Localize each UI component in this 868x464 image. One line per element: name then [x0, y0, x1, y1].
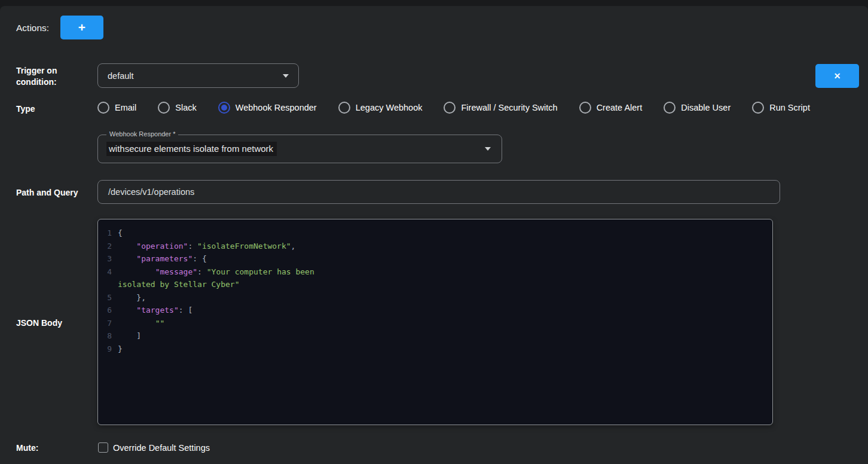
code-text: "targets": [	[118, 304, 192, 317]
webhook-responder-select[interactable]: Webhook Responder * withsecure elements …	[97, 135, 502, 163]
type-option-webhook-responder[interactable]: Webhook Responder	[218, 102, 317, 114]
code-line: 2 "operation": "isolateFromNetwork",	[98, 240, 768, 253]
remove-action-button[interactable]: ✕	[815, 64, 859, 88]
line-number	[98, 278, 118, 291]
line-number: 9	[98, 343, 118, 356]
chevron-down-icon	[283, 74, 289, 78]
radio-option-label: Slack	[175, 103, 196, 112]
code-line: 7 ""	[98, 317, 768, 330]
add-action-button[interactable]: +	[60, 16, 103, 39]
trigger-condition-label: Trigger on condition:	[16, 65, 82, 88]
code-line: 8 ]	[98, 329, 768, 343]
radio-option-label: Run Script	[769, 103, 810, 112]
type-option-create-alert[interactable]: Create Alert	[579, 102, 643, 114]
radio-option-label: Email	[115, 103, 136, 112]
code-line: 3 "parameters": {	[98, 252, 768, 265]
line-number: 5	[98, 291, 118, 304]
actions-label: Actions:	[16, 23, 49, 33]
type-option-disable-user[interactable]: Disable User	[664, 102, 731, 114]
type-option-run-script[interactable]: Run Script	[752, 102, 810, 114]
code-text: }	[118, 343, 123, 356]
json-body-editor[interactable]: 1{2 "operation": "isolateFromNetwork",3 …	[97, 219, 773, 425]
radio-icon	[158, 102, 170, 114]
chevron-down-icon	[485, 147, 491, 151]
radio-icon	[579, 102, 591, 114]
line-number: 6	[98, 304, 118, 317]
type-radio-group: EmailSlackWebhook ResponderLegacy Webhoo…	[97, 102, 851, 114]
radio-option-label: Disable User	[681, 103, 731, 112]
path-and-query-label: Path and Query	[16, 188, 78, 197]
code-text: {	[118, 227, 123, 240]
plus-icon: +	[78, 21, 85, 33]
webhook-responder-value: withsecure elements isolate from network	[106, 142, 277, 156]
close-icon: ✕	[834, 71, 841, 81]
code-text: isolated by Stellar Cyber"	[118, 278, 240, 291]
code-text: ]	[118, 329, 141, 343]
line-number: 3	[98, 252, 118, 265]
radio-option-label: Legacy Webhook	[356, 103, 423, 112]
code-text: },	[118, 291, 146, 304]
radio-option-label: Create Alert	[597, 103, 643, 112]
json-body-label: JSON Body	[16, 318, 62, 328]
radio-icon	[97, 102, 109, 114]
action-config-panel: Actions: + Trigger on condition: default…	[0, 6, 868, 464]
line-number: 2	[98, 240, 118, 253]
line-number: 4	[98, 265, 118, 279]
code-text: "operation": "isolateFromNetwork",	[118, 240, 295, 253]
code-text: "message": "Your computer has been	[118, 265, 314, 279]
path-and-query-input[interactable]: /devices/v1/operations	[97, 180, 780, 204]
radio-option-label: Firewall / Security Switch	[461, 103, 557, 112]
override-default-settings-checkbox[interactable]	[98, 442, 108, 453]
path-and-query-value: /devices/v1/operations	[108, 187, 194, 197]
code-line: 5 },	[98, 291, 768, 304]
radio-option-label: Webhook Responder	[236, 103, 317, 112]
mute-label: Mute:	[16, 443, 38, 453]
line-number: 8	[98, 329, 118, 343]
webhook-responder-label: Webhook Responder *	[106, 130, 178, 138]
type-option-email[interactable]: Email	[97, 102, 136, 114]
type-option-legacy-webhook[interactable]: Legacy Webhook	[338, 102, 423, 114]
code-text: ""	[118, 317, 164, 330]
type-option-slack[interactable]: Slack	[158, 102, 196, 114]
radio-icon	[752, 102, 764, 114]
trigger-condition-select[interactable]: default	[97, 63, 299, 88]
code-line: isolated by Stellar Cyber"	[98, 278, 768, 291]
code-text: "parameters": {	[118, 252, 207, 265]
code-line: 1{	[98, 227, 768, 240]
radio-icon	[444, 102, 456, 114]
code-line: 9}	[98, 343, 768, 356]
override-default-settings-label: Override Default Settings	[113, 443, 210, 453]
code-line: 6 "targets": [	[98, 304, 768, 317]
code-line: 4 "message": "Your computer has been	[98, 265, 768, 279]
line-number: 1	[98, 227, 118, 240]
type-label: Type	[16, 104, 35, 114]
radio-icon	[664, 102, 676, 114]
radio-icon	[338, 102, 350, 114]
radio-selected-icon	[218, 102, 230, 114]
trigger-condition-value: default	[108, 71, 134, 81]
type-option-firewall-security-switch[interactable]: Firewall / Security Switch	[444, 102, 557, 114]
line-number: 7	[98, 317, 118, 330]
